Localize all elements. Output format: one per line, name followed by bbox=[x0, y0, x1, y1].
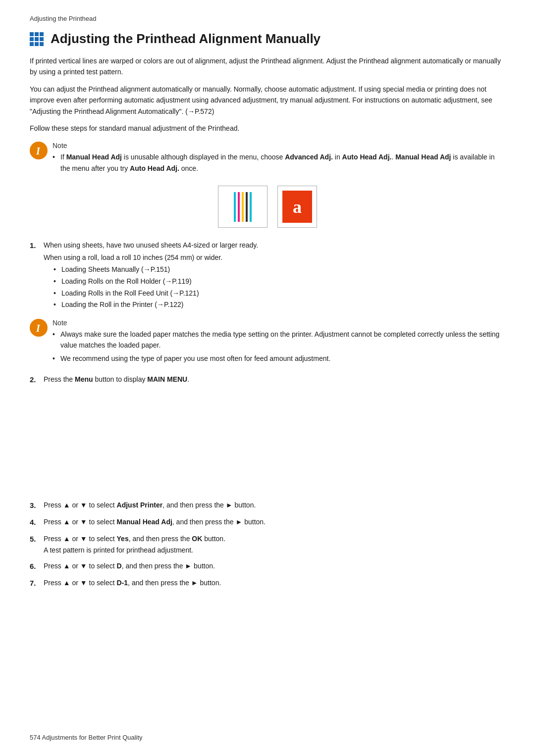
step-1-main: When using sheets, have two unused sheet… bbox=[44, 240, 505, 251]
step-5-content: Press ▲ or ▼ to select Yes, and then pre… bbox=[44, 533, 505, 555]
note-2-content: Note Always make sure the loaded paper m… bbox=[53, 319, 505, 366]
step-3-content: Press ▲ or ▼ to select Adjust Printer, a… bbox=[44, 500, 505, 510]
step-5-main: Press ▲ or ▼ to select Yes, and then pre… bbox=[44, 533, 505, 544]
step-5-num: 5. bbox=[30, 533, 44, 545]
spacer bbox=[30, 391, 505, 500]
step-2-content: Press the Menu button to display MAIN ME… bbox=[44, 374, 505, 385]
page-title: Adjusting the Printhead Alignment Manual… bbox=[30, 31, 505, 47]
step-1-content: When using sheets, have two unused sheet… bbox=[44, 240, 505, 311]
note-1-list: If Manual Head Adj is unusable although … bbox=[53, 151, 505, 174]
step-6-num: 6. bbox=[30, 560, 44, 572]
footer: 574 Adjustments for Better Print Quality bbox=[30, 724, 143, 741]
step-1-sub-item-4: Loading the Roll in the Printer (→P.122) bbox=[54, 299, 505, 311]
step-1-sub-list: Loading Sheets Manually (→P.151) Loading… bbox=[44, 264, 505, 311]
intro-para-2: You can adjust the Printhead alignment a… bbox=[30, 84, 505, 117]
steps-container: 1. When using sheets, have two unused sh… bbox=[30, 240, 505, 589]
image-container: a bbox=[30, 186, 505, 228]
note-icon-2: I bbox=[30, 319, 48, 337]
note-1-content: Note If Manual Head Adj is unusable alth… bbox=[53, 142, 505, 176]
note-1-item-1: If Manual Head Adj is unusable although … bbox=[53, 151, 505, 174]
note-2-list: Always make sure the loaded paper matche… bbox=[53, 329, 505, 364]
intro-para-1: If printed vertical lines are warped or … bbox=[30, 55, 505, 78]
step-7-num: 7. bbox=[30, 577, 44, 589]
step-6: 6. Press ▲ or ▼ to select D, and then pr… bbox=[30, 560, 505, 572]
step-4: 4. Press ▲ or ▼ to select Manual Head Ad… bbox=[30, 516, 505, 528]
step-6-content: Press ▲ or ▼ to select D, and then press… bbox=[44, 560, 505, 571]
step-7: 7. Press ▲ or ▼ to select D-1, and then … bbox=[30, 577, 505, 589]
step-3: 3. Press ▲ or ▼ to select Adjust Printer… bbox=[30, 500, 505, 511]
breadcrumb: Adjusting the Printhead bbox=[30, 15, 505, 22]
step-1: 1. When using sheets, have two unused sh… bbox=[30, 240, 505, 311]
note-1: I Note If Manual Head Adj is unusable al… bbox=[30, 142, 505, 176]
step-5-sub: A test pattern is printed for printhead … bbox=[44, 545, 505, 555]
step-1-num: 1. bbox=[30, 240, 44, 252]
svg-text:I: I bbox=[36, 146, 41, 156]
step-7-content: Press ▲ or ▼ to select D-1, and then pre… bbox=[44, 577, 505, 588]
sample-inner: a bbox=[282, 191, 312, 223]
note-2-item-1: Always make sure the loaded paper matche… bbox=[53, 329, 505, 351]
print-pattern-lines bbox=[218, 186, 268, 228]
svg-text:I: I bbox=[36, 323, 41, 333]
step-3-num: 3. bbox=[30, 500, 44, 511]
intro-para-3: Follow these steps for standard manual a… bbox=[30, 123, 505, 134]
note-icon-1: I bbox=[30, 142, 48, 159]
step-4-content: Press ▲ or ▼ to select Manual Head Adj, … bbox=[44, 516, 505, 527]
step-1-sub-item-2: Loading Rolls on the Roll Holder (→P.119… bbox=[54, 276, 505, 288]
step-1-sub-item-3: Loading Rolls in the Roll Feed Unit (→P.… bbox=[54, 288, 505, 300]
grid-icon bbox=[30, 32, 44, 46]
note-2: I Note Always make sure the loaded paper… bbox=[30, 319, 505, 366]
sample-letter: a bbox=[293, 197, 302, 217]
note-2-label: Note bbox=[53, 319, 505, 327]
step-4-num: 4. bbox=[30, 516, 44, 528]
step-1-sub: When using a roll, load a roll 10 inches… bbox=[44, 252, 505, 263]
step-5: 5. Press ▲ or ▼ to select Yes, and then … bbox=[30, 533, 505, 555]
step-1-sub-item-1: Loading Sheets Manually (→P.151) bbox=[54, 264, 505, 276]
vertical-lines bbox=[230, 190, 256, 224]
note-2-item-2: We recommend using the type of paper you… bbox=[53, 353, 505, 364]
note-1-label: Note bbox=[53, 142, 505, 150]
print-sample: a bbox=[277, 186, 317, 228]
step-2-num: 2. bbox=[30, 374, 44, 386]
step-2: 2. Press the Menu button to display MAIN… bbox=[30, 374, 505, 386]
